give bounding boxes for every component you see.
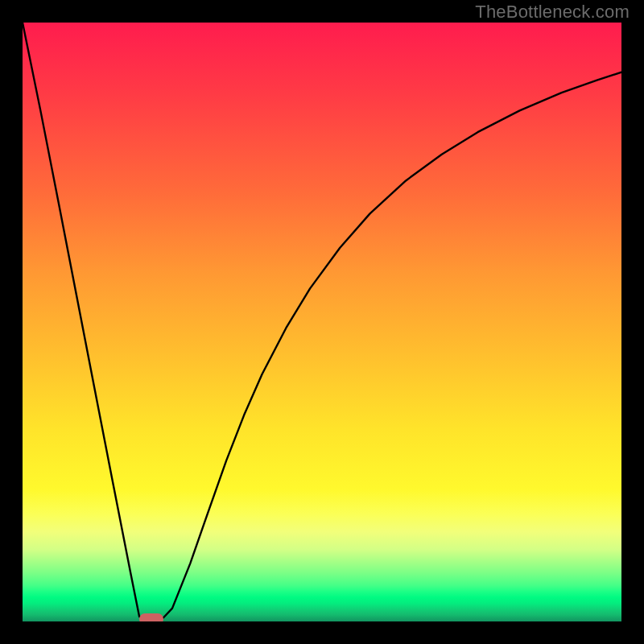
watermark-text: TheBottleneck.com	[475, 2, 630, 23]
plot-area	[23, 23, 621, 621]
bottleneck-curve	[23, 23, 621, 621]
optimum-marker	[139, 613, 163, 621]
chart-frame: TheBottleneck.com	[0, 0, 644, 644]
